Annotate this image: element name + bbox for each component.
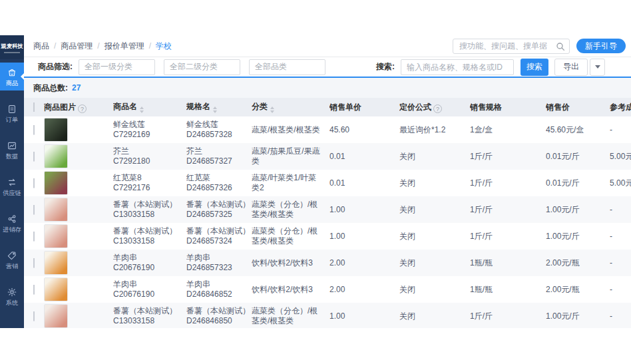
breadcrumb-item[interactable]: 学校 — [156, 41, 172, 52]
sale-price-cell: 0.01元/斤 — [546, 152, 610, 162]
sidebar-item-inventory[interactable]: 进销存 — [0, 209, 24, 237]
unit-price-cell: 2.00 — [329, 285, 399, 295]
ref-cost-cell: - — [610, 258, 631, 268]
select-all-checkbox[interactable] — [33, 102, 35, 112]
breadcrumb-item[interactable]: 报价单管理 — [105, 41, 144, 52]
sort-icon[interactable] — [270, 106, 274, 113]
row-checkbox[interactable] — [33, 311, 35, 321]
category-cell: 蔬菜类（分仓）/根茎类/根茎类 — [252, 226, 329, 246]
row-checkbox[interactable] — [33, 285, 35, 295]
breadcrumb: 商品/商品管理/报价单管理/学校 — [33, 41, 172, 52]
product-code: C7292169 — [113, 130, 180, 140]
product-thumbnail[interactable] — [44, 304, 68, 328]
product-thumbnail[interactable] — [44, 251, 68, 275]
sidebar-item-supply-chain[interactable]: 供应链 — [0, 172, 24, 200]
sidebar-item-orders[interactable]: 订单 — [0, 99, 24, 127]
breadcrumb-item[interactable]: 商品 — [33, 41, 49, 52]
row-checkbox[interactable] — [33, 152, 35, 162]
header-ref-cost: 参考成 — [610, 102, 631, 113]
row-checkbox[interactable] — [33, 125, 35, 135]
ref-cost-cell: 5.00元 — [610, 152, 631, 162]
global-search — [453, 39, 570, 54]
category-cell: 蔬菜/叶菜类1/叶菜类2 — [252, 173, 329, 193]
spec-code: D246857328 — [186, 130, 245, 140]
breadcrumb-separator: / — [97, 41, 99, 51]
sale-spec-cell: 1瓶/瓶 — [470, 285, 546, 295]
breadcrumb-item[interactable]: 商品管理 — [61, 41, 93, 52]
sale-spec-cell: 1斤/斤 — [470, 205, 546, 215]
table-body: 鲜金线莲 C7292169 鲜金线莲 D246857328 蔬菜/根茎类/根茎类… — [24, 116, 631, 328]
breadcrumb-separator: / — [149, 41, 151, 51]
row-checkbox[interactable] — [33, 232, 35, 242]
app-logo-text: 观麦科技 — [1, 42, 23, 50]
ref-cost-cell: - — [610, 311, 631, 321]
main-content: 商品/商品管理/报价单管理/学校 新手引导 商品筛选: 全部一级分类 全部二级分… — [24, 35, 631, 328]
sort-icon[interactable] — [140, 106, 144, 113]
help-icon[interactable]: ? — [78, 104, 87, 113]
sidebar-item-system[interactable]: 系统 — [0, 282, 24, 310]
beginner-guide-button[interactable]: 新手引导 — [576, 39, 626, 53]
help-icon[interactable]: ? — [433, 104, 442, 113]
row-checkbox[interactable] — [33, 178, 35, 188]
product-code: C7292176 — [113, 183, 180, 193]
table-row: 番薯（本站测试） C13033158 番薯（本站测试） D246857325 蔬… — [24, 196, 631, 223]
app-logo: 观麦科技 — [0, 35, 24, 59]
category-type-select[interactable]: 全部品类 — [249, 59, 325, 75]
table-row: 红苋菜8 C7292176 红苋菜 D246857326 蔬菜/叶菜类1/叶菜类… — [24, 170, 631, 196]
row-checkbox[interactable] — [33, 205, 35, 215]
sidebar-item-label: 进销存 — [3, 226, 21, 232]
product-thumbnail[interactable] — [44, 198, 68, 222]
active-item-notch — [21, 73, 24, 80]
header-product-name[interactable]: 商品名 — [113, 101, 186, 113]
product-thumbnail[interactable] — [44, 277, 68, 301]
filter-label: 商品筛选: — [38, 61, 73, 73]
header-category[interactable]: 分类 — [252, 101, 329, 113]
sale-spec-cell: 1瓶/瓶 — [470, 258, 546, 268]
top-bar: 商品/商品管理/报价单管理/学校 新手引导 — [24, 35, 631, 57]
global-search-input[interactable] — [453, 39, 569, 53]
spec-name: 番薯（本站测试） — [186, 200, 245, 210]
price-formula-cell: 关闭 — [399, 311, 470, 321]
search-icon[interactable] — [556, 42, 565, 51]
product-thumbnail[interactable] — [44, 144, 68, 168]
sidebar-item-products[interactable]: 商品 — [0, 63, 24, 91]
sidebar-item-marketing[interactable]: 营销 — [0, 246, 24, 273]
sidebar-item-data[interactable]: 数据 — [0, 136, 24, 164]
spec-code: D246857326 — [186, 183, 245, 193]
unit-price-cell: 1.00 — [329, 232, 399, 242]
product-code: C7292180 — [113, 156, 180, 166]
product-thumbnail[interactable] — [44, 118, 68, 142]
ref-cost-cell: - — [610, 232, 631, 242]
product-thumbnail[interactable] — [44, 224, 68, 248]
export-dropdown-button[interactable] — [590, 59, 605, 76]
sale-price-cell: 45.60元/盒 — [546, 125, 610, 135]
category-level1-select[interactable]: 全部一级分类 — [79, 59, 155, 75]
product-name: 鲜金线莲 — [113, 120, 180, 130]
chart-icon — [7, 140, 17, 151]
table-row: 芥兰 C7292180 芥兰 D246857327 蔬菜/茄果瓜豆/果蔬类 0.… — [24, 143, 631, 170]
ref-cost-cell: 5.00元 — [610, 178, 631, 188]
table-row: 番薯（本站测试） C13033158 番薯（本站测试） D246857324 蔬… — [24, 223, 631, 250]
search-button[interactable]: 搜索 — [521, 59, 548, 76]
inventory-icon — [7, 214, 17, 224]
price-formula-cell: 关闭 — [399, 178, 470, 188]
sale-price-cell: 1.00元/斤 — [546, 205, 610, 215]
sort-icon[interactable] — [213, 106, 217, 113]
spec-name: 番薯（本站测试） — [186, 226, 245, 236]
header-spec-name[interactable]: 规格名 — [186, 101, 252, 113]
sidebar-item-label: 商品 — [6, 80, 18, 86]
header-unit-price: 销售单价 — [329, 102, 399, 113]
product-count-value: 27 — [72, 83, 81, 92]
spec-code: D246857325 — [186, 210, 245, 220]
unit-price-cell: 0.01 — [329, 152, 399, 162]
row-checkbox[interactable] — [33, 258, 35, 268]
product-search-input[interactable] — [401, 60, 513, 75]
sale-spec-cell: 1斤/斤 — [470, 311, 546, 321]
product-thumbnail[interactable] — [44, 171, 68, 195]
sale-price-cell: 2.00元/瓶 — [546, 258, 610, 268]
export-button[interactable]: 导出 — [554, 59, 588, 76]
sale-spec-cell: 1斤/斤 — [470, 152, 546, 162]
header-sale-spec: 销售规格 — [470, 102, 546, 113]
spec-name: 红苋菜 — [186, 173, 245, 183]
category-level2-select[interactable]: 全部二级分类 — [164, 59, 240, 75]
